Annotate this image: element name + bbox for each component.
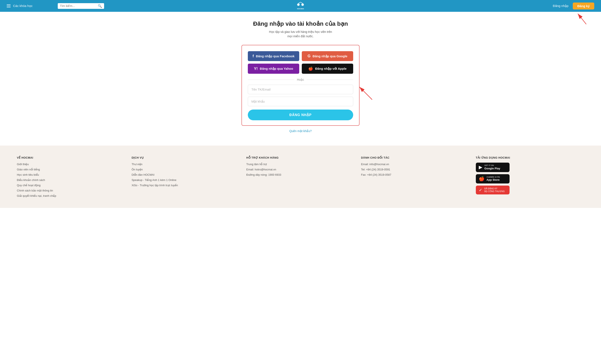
apple-login-button[interactable]: 🍎 Đăng nhập với Apple — [302, 64, 353, 74]
footer-col-partners-title: DÀNH CHO ĐỐI TÁC — [361, 156, 469, 159]
footer-link-forum[interactable]: Diễn đàn HOCMAI — [131, 173, 240, 176]
main-content: Đăng nhập vào tài khoản của bạn Học tập … — [0, 12, 601, 146]
svg-line-7 — [360, 87, 372, 100]
footer-col-app-title: TẢI ỨNG DỤNG HOCMAI — [476, 156, 584, 159]
footer-col-partners: DÀNH CHO ĐỐI TÁC Email: info@hocmai.vn T… — [361, 156, 469, 199]
yahoo-icon: Y! — [254, 67, 258, 71]
footer-grid: VỀ HOCMAI Giới thiệu Giáo viên nổi tiếng… — [17, 156, 584, 199]
certified-badge[interactable]: ✓ ĐÃ ĐĂNG KÝBỘ CÔNG THƯƠNG — [476, 186, 510, 194]
footer-link-about-teachers[interactable]: Giáo viên nổi tiếng — [17, 168, 125, 171]
certified-text: ĐÃ ĐĂNG KÝBỘ CÔNG THƯƠNG — [484, 187, 505, 193]
header: Các khóa học 🔍 HOCMAI Đăng nhập Đăng ký — [0, 0, 601, 12]
footer-link-about-privacy[interactable]: Chính sách bảo mật thông tin — [17, 189, 125, 192]
footer-col-app: TẢI ỨNG DỤNG HOCMAI ▶ GET IT ON Google P… — [476, 156, 584, 199]
footer-link-support-center[interactable]: Trung tâm hỗ trợ — [246, 163, 355, 166]
google-play-badge[interactable]: ▶ GET IT ON Google Play — [476, 163, 510, 172]
google-login-button[interactable]: G Đăng nhập qua Google — [302, 51, 353, 61]
footer-link-partner-fax[interactable]: Fax: +84 (24) 3519-0587 — [361, 173, 469, 176]
search-input[interactable] — [60, 4, 96, 8]
hamburger-icon — [7, 4, 10, 7]
footer-link-practice[interactable]: Ôn luyện — [131, 168, 240, 171]
footer: VỀ HOCMAI Giới thiệu Giáo viên nổi tiếng… — [0, 146, 601, 208]
divider: Hoặc — [248, 78, 353, 81]
footer-link-library[interactable]: Thư viện — [131, 163, 240, 166]
footer-link-about-complaints[interactable]: Giải quyết khiếu nại, tranh chấp — [17, 194, 125, 197]
footer-col-support: HỖ TRỢ KHÁCH HÀNG Trung tâm hỗ trợ Email… — [246, 156, 355, 199]
footer-col-services: DỊCH VỤ Thư viện Ôn luyện Diễn đàn HOCMA… — [131, 156, 240, 199]
footer-link-speakup[interactable]: Speakup - Tiếng Anh 1 kèm 1 Online — [131, 178, 240, 182]
password-input[interactable] — [248, 97, 353, 106]
login-link[interactable]: Đăng nhập — [553, 4, 569, 8]
facebook-icon: f — [252, 54, 254, 58]
footer-link-support-phone[interactable]: Đường dây nóng: 1900 6933 — [246, 173, 355, 176]
google-play-icon: ▶ — [479, 165, 482, 170]
apple-icon: 🍎 — [308, 66, 313, 71]
footer-link-partner-tel[interactable]: Tel: +84 (24) 3519-0591 — [361, 168, 469, 171]
footer-link-about-terms[interactable]: Điều khoản chính sách — [17, 178, 125, 182]
search-icon[interactable]: 🔍 — [98, 4, 102, 8]
app-store-small: Available on the — [487, 176, 500, 178]
login-button[interactable]: ĐĂNG NHẬP — [248, 109, 353, 120]
site-logo[interactable]: HOCMAI — [294, 1, 307, 10]
google-play-big: Google Play — [484, 167, 500, 170]
footer-col-support-title: HỖ TRỢ KHÁCH HÀNG — [246, 156, 355, 159]
certified-icon: ✓ — [479, 187, 482, 193]
footer-link-about-intro[interactable]: Giới thiệu — [17, 163, 125, 166]
footer-col-about: VỀ HOCMAI Giới thiệu Giáo viên nổi tiếng… — [17, 156, 125, 199]
footer-link-about-students[interactable]: Học sinh tiêu biểu — [17, 173, 125, 176]
forgot-password-anchor[interactable]: Quên mật khẩu? — [289, 129, 312, 133]
google-icon: G — [308, 54, 311, 58]
app-store-big: App Store — [487, 178, 500, 182]
footer-col-about-title: VỀ HOCMAI — [17, 156, 125, 159]
svg-point-2 — [297, 3, 300, 6]
svg-point-3 — [301, 3, 304, 6]
divider-text: Hoặc — [297, 78, 304, 81]
nav-menu[interactable]: Các khóa học — [7, 4, 32, 8]
app-store-badge[interactable]: 🍎 Available on the App Store — [476, 174, 510, 184]
yahoo-login-button[interactable]: Y! Đăng nhập qua Yahoo — [248, 64, 299, 74]
svg-text:HOCMAI: HOCMAI — [297, 8, 304, 10]
page-title: Đăng nhập vào tài khoản của bạn — [253, 20, 348, 27]
login-box: f Đăng nhập qua Facebook G Đăng nhập qua… — [241, 45, 360, 126]
username-input[interactable] — [248, 85, 353, 94]
courses-menu-label: Các khóa học — [13, 4, 32, 8]
forgot-password-link[interactable]: Quên mật khẩu? — [289, 129, 312, 133]
facebook-login-button[interactable]: f Đăng nhập qua Facebook — [248, 51, 299, 61]
page-subtitle: Học tập và giao lưu với hàng triệu học v… — [269, 30, 332, 39]
footer-link-xiso[interactable]: XiSo - Trường học lập trình trực tuyến — [131, 184, 240, 187]
social-login-buttons: f Đăng nhập qua Facebook G Đăng nhập qua… — [248, 51, 353, 74]
footer-link-about-rules[interactable]: Quy chế hoạt động — [17, 184, 125, 187]
header-right: Đăng nhập Đăng ký — [553, 2, 594, 10]
google-play-small: GET IT ON — [484, 164, 500, 167]
footer-link-support-email[interactable]: Email: hotro@hocmai.vn — [246, 168, 355, 171]
register-button[interactable]: Đăng ký — [573, 2, 594, 10]
footer-col-services-title: DỊCH VỤ — [131, 156, 240, 159]
app-store-icon: 🍎 — [479, 176, 484, 182]
footer-link-partner-email[interactable]: Email: info@hocmai.vn — [361, 163, 469, 166]
search-box[interactable]: 🔍 — [58, 3, 104, 9]
